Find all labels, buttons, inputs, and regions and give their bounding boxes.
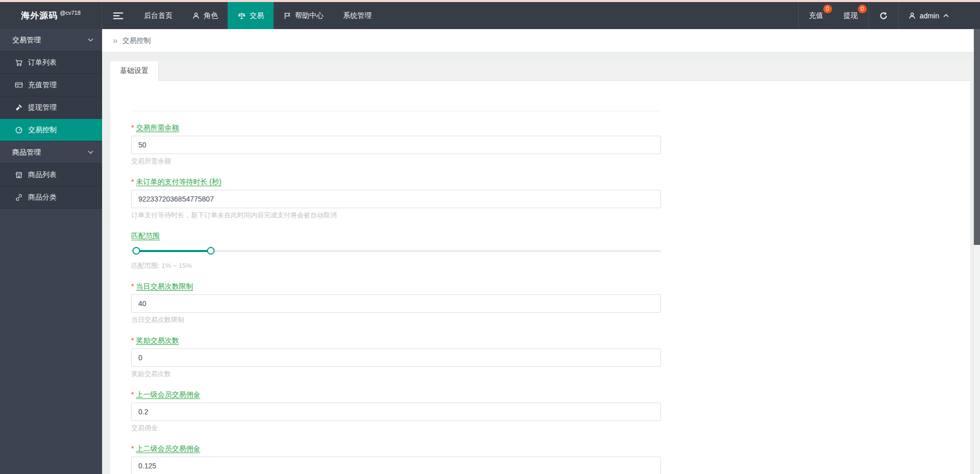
reward-trade-count-input[interactable]	[131, 348, 661, 367]
field-helper: 当日交易次数限制	[131, 316, 661, 324]
user-menu[interactable]: admin	[899, 2, 959, 29]
refresh-button[interactable]	[869, 2, 898, 29]
gauge-icon	[14, 126, 23, 134]
field-label: 匹配范围	[131, 231, 661, 240]
sidebar-group-product-management[interactable]: 商品管理	[0, 141, 102, 164]
field-helper: 交易所需余额	[131, 157, 661, 165]
sidebar-toggle-button[interactable]	[102, 2, 134, 29]
app-logo-suffix: @cv718	[60, 10, 81, 16]
topbar-right: 充值 0 提现 0 admin	[798, 2, 959, 29]
field-label: *上二级会员交易佣金	[131, 444, 661, 453]
nav-label: 帮助中心	[295, 11, 324, 20]
sidebar-item-label: 商品分类	[28, 193, 57, 202]
withdraw-badge: 0	[858, 5, 867, 13]
card-icon	[14, 81, 23, 89]
field-label: *上一级会员交易佣金	[131, 390, 661, 399]
breadcrumb: » 交易控制	[102, 29, 980, 53]
sidebar: 交易管理 订单列表 充值管理 提现管理 交易控制 商品管理	[0, 29, 102, 474]
required-balance-input[interactable]	[131, 136, 661, 154]
hamburger-icon	[113, 12, 123, 20]
nav-item-help-center[interactable]: 帮助中心	[274, 2, 333, 29]
field-reward-trade-count: *奖励交易次数 奖励交易次数	[131, 336, 661, 378]
tab-basic-settings[interactable]: 基础设置	[110, 61, 159, 81]
sidebar-item-label: 订单列表	[28, 58, 57, 67]
withdraw-button[interactable]: 提现 0	[834, 2, 868, 29]
withdraw-label: 提现	[844, 11, 858, 20]
required-asterisk: *	[131, 178, 134, 186]
slider-fill	[136, 250, 210, 252]
required-asterisk: *	[131, 390, 134, 398]
link-icon	[14, 193, 23, 202]
gavel-icon	[14, 104, 23, 112]
required-asterisk: *	[131, 282, 134, 290]
settings-card: 基础设置 *交易所需余额 交易所需余额 *未订单的支付等待时长 (秒) 订单支付…	[110, 61, 970, 474]
level2-commission-input[interactable]	[131, 457, 661, 474]
field-match-range: 匹配范围 匹配范围: 1% ~ 15%	[131, 231, 661, 270]
scrollbar-thumb[interactable]	[974, 29, 980, 245]
sidebar-group-trade-management[interactable]: 交易管理	[0, 29, 102, 52]
field-pay-wait-time: *未订单的支付等待时长 (秒) 订单支付等待时长，新下订单未在此时间内容完成支付…	[131, 177, 661, 219]
field-label: *当日交易次数限制	[131, 282, 661, 291]
field-level1-commission: *上一级会员交易佣金 交易佣金	[131, 390, 661, 432]
double-chevron-right-icon: »	[113, 36, 117, 45]
sidebar-group-label: 商品管理	[12, 148, 41, 157]
nav-item-dashboard[interactable]: 后台首页	[134, 2, 182, 29]
field-daily-trade-limit: *当日交易次数限制 当日交易次数限制	[131, 282, 661, 324]
main-content: » 交易控制 基础设置 *交易所需余额 交易所需余额 *未订单的支付等待时长 (…	[102, 29, 980, 474]
recharge-badge: 0	[823, 5, 832, 13]
sidebar-item-product-list[interactable]: 商品列表	[0, 164, 102, 186]
cart-icon	[14, 59, 23, 67]
level1-commission-input[interactable]	[131, 403, 661, 421]
top-pink-strip	[0, 0, 980, 2]
nav-label: 角色	[204, 11, 218, 20]
chevron-down-icon	[87, 150, 94, 155]
recharge-button[interactable]: 充值 0	[799, 2, 834, 29]
app-logo-text: 海外源码	[21, 10, 58, 21]
required-asterisk: *	[131, 123, 134, 132]
sidebar-item-label: 商品列表	[28, 170, 57, 180]
field-helper: 订单支付等待时长，新下订单未在此时间内容完成支付将会被自动取消	[131, 211, 661, 219]
recharge-label: 充值	[809, 11, 823, 20]
chevron-down-icon	[87, 38, 94, 42]
field-level2-commission: *上二级会员交易佣金 交易佣金	[131, 444, 661, 474]
settings-form: *交易所需余额 交易所需余额 *未订单的支付等待时长 (秒) 订单支付等待时长，…	[110, 111, 970, 474]
nav-item-roles[interactable]: 角色	[182, 2, 228, 29]
sidebar-item-recharge-management[interactable]: 充值管理	[0, 74, 102, 96]
field-label: *交易所需余额	[131, 123, 661, 132]
sidebar-item-label: 充值管理	[28, 81, 57, 90]
slider-handle-low[interactable]	[133, 247, 140, 255]
nav-label: 交易	[250, 11, 264, 20]
field-required-balance: *交易所需余额 交易所需余额	[131, 123, 661, 165]
user-name: admin	[920, 12, 939, 20]
person-icon	[192, 12, 200, 20]
scales-icon	[237, 12, 246, 20]
nav-label: 后台首页	[144, 11, 173, 20]
sidebar-item-label: 提现管理	[28, 103, 57, 112]
app-logo: 海外源码@cv718	[0, 2, 102, 29]
nav-item-trade[interactable]: 交易	[228, 2, 274, 29]
field-helper: 交易佣金	[131, 424, 661, 432]
chevron-up-icon	[943, 13, 949, 18]
match-range-slider	[131, 243, 661, 259]
nav-item-system[interactable]: 系统管理	[333, 2, 381, 29]
sidebar-item-withdraw-management[interactable]: 提现管理	[0, 96, 102, 119]
refresh-icon	[879, 11, 888, 20]
pay-wait-time-input[interactable]	[131, 190, 661, 208]
slider-handle-high[interactable]	[207, 247, 214, 255]
field-helper: 奖励交易次数	[131, 370, 661, 378]
sidebar-item-product-category[interactable]: 商品分类	[0, 186, 102, 209]
tab-bar: 基础设置	[110, 61, 970, 81]
page-scrollbar[interactable]	[973, 29, 980, 474]
field-label: *奖励交易次数	[131, 336, 661, 345]
divider	[131, 111, 661, 111]
required-asterisk: *	[131, 336, 134, 344]
daily-trade-limit-input[interactable]	[131, 294, 661, 313]
tab-label: 基础设置	[120, 66, 149, 76]
nav-label: 系统管理	[343, 11, 372, 20]
flag-icon	[283, 12, 291, 20]
field-label: *未订单的支付等待时长 (秒)	[131, 177, 661, 186]
sidebar-item-order-list[interactable]: 订单列表	[0, 52, 102, 74]
person-icon	[908, 12, 916, 20]
sidebar-item-trade-control[interactable]: 交易控制	[0, 119, 102, 141]
sidebar-group-label: 交易管理	[12, 36, 41, 45]
